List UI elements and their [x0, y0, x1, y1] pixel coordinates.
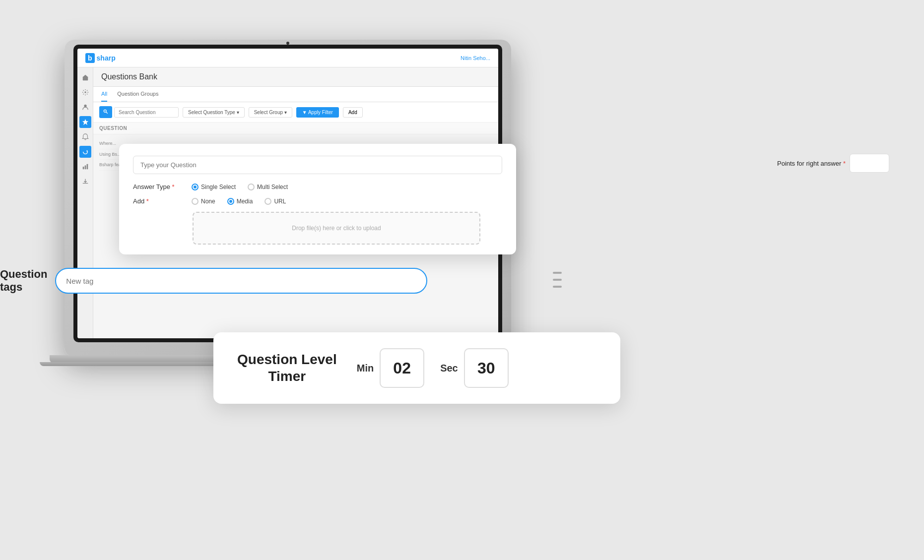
radio-media-label: Media: [237, 198, 253, 205]
timer-min-label: Min: [357, 363, 374, 374]
v-bar-2: [553, 279, 562, 281]
add-row: Add * None Media URL: [133, 197, 502, 205]
svg-point-8: [104, 110, 106, 112]
v-bar-1: [553, 272, 562, 274]
filter-bar: Select Question Type ▾ Select Group ▾ ▼ …: [93, 102, 498, 123]
brand-logo: b sharp: [85, 53, 116, 63]
sidebar-item-refresh[interactable]: [79, 146, 91, 158]
radio-single-select-circle: [192, 184, 198, 190]
add-options: None Media URL: [192, 198, 286, 205]
question-type-dropdown[interactable]: Select Question Type ▾: [183, 107, 245, 118]
sidebar-item-star[interactable]: [79, 116, 91, 128]
table-header: QUESTION: [93, 123, 498, 134]
timer-title: Question Level Timer: [237, 351, 337, 384]
sidebar: [77, 67, 93, 338]
timer-controls: Min 02 Sec 30: [357, 348, 509, 388]
page-title: Questions Bank: [101, 72, 157, 81]
add-label: Add *: [133, 197, 188, 205]
radio-url-label: URL: [274, 198, 286, 205]
radio-none-label: None: [201, 198, 215, 205]
search-box: [99, 106, 179, 118]
radio-url-circle: [264, 198, 271, 205]
radio-single-select[interactable]: Single Select: [192, 184, 236, 190]
tab-all[interactable]: All: [101, 87, 107, 102]
tags-input[interactable]: [55, 268, 427, 294]
question-form-card: Answer Type * Single Select Multi Select…: [119, 144, 516, 254]
points-field-container: Points for right answer *: [777, 154, 889, 173]
question-input[interactable]: [133, 156, 502, 174]
v-bar-3: [553, 286, 562, 288]
radio-multi-select-label: Multi Select: [257, 184, 288, 190]
svg-rect-7: [86, 164, 88, 170]
brand-b: b: [85, 53, 95, 63]
group-dropdown[interactable]: Select Group ▾: [249, 107, 292, 118]
timer-sec-field: Sec 30: [440, 348, 509, 388]
radio-multi-select-circle: [248, 184, 255, 190]
sidebar-item-chart[interactable]: [79, 161, 91, 173]
timer-min-field: Min 02: [357, 348, 424, 388]
timer-sec-value[interactable]: 30: [464, 348, 509, 388]
search-button[interactable]: [99, 106, 112, 118]
svg-rect-5: [82, 167, 84, 169]
answer-type-options: Single Select Multi Select: [192, 184, 288, 190]
app-header: b sharp Nitin Seho...: [77, 49, 498, 67]
tabs-bar: All Question Groups: [93, 87, 498, 102]
header-user: Nitin Seho...: [461, 55, 490, 61]
svg-marker-4: [86, 150, 88, 152]
svg-rect-0: [82, 77, 88, 80]
svg-point-1: [84, 91, 86, 93]
answer-type-label: Answer Type *: [133, 183, 188, 190]
radio-multi-select[interactable]: Multi Select: [248, 184, 288, 190]
vertical-bars: [553, 272, 562, 288]
radio-url[interactable]: URL: [264, 198, 286, 205]
upload-area[interactable]: Drop file(s) here or click to upload: [193, 212, 480, 245]
add-button[interactable]: Add: [343, 107, 363, 118]
radio-none-circle: [192, 198, 198, 205]
question-tags-card: Question tags: [0, 268, 427, 294]
sidebar-item-bell[interactable]: [79, 131, 91, 143]
brand-name: sharp: [97, 54, 116, 62]
sidebar-item-home[interactable]: [79, 71, 91, 83]
radio-single-select-label: Single Select: [201, 184, 236, 190]
apply-filter-button[interactable]: ▼ Apply Filter: [296, 107, 339, 118]
points-label: Points for right answer *: [777, 160, 846, 167]
sidebar-item-users[interactable]: [79, 101, 91, 113]
svg-line-9: [106, 112, 108, 114]
timer-sec-label: Sec: [440, 363, 458, 374]
tab-question-groups[interactable]: Question Groups: [117, 87, 158, 102]
tags-label: Question tags: [0, 268, 47, 294]
search-input[interactable]: [114, 107, 179, 118]
svg-point-2: [84, 105, 86, 107]
svg-rect-6: [84, 165, 86, 169]
sidebar-item-settings[interactable]: [79, 86, 91, 98]
svg-marker-3: [82, 119, 88, 125]
answer-type-row: Answer Type * Single Select Multi Select: [133, 183, 502, 190]
timer-min-value[interactable]: 02: [380, 348, 424, 388]
radio-media[interactable]: Media: [227, 198, 253, 205]
page-title-bar: Questions Bank: [93, 67, 498, 87]
timer-card: Question Level Timer Min 02 Sec 30: [213, 332, 620, 404]
upload-text: Drop file(s) here or click to upload: [292, 225, 381, 232]
points-input[interactable]: [850, 154, 889, 173]
radio-none[interactable]: None: [192, 198, 215, 205]
radio-media-circle: [227, 198, 234, 205]
sidebar-item-download[interactable]: [79, 176, 91, 187]
